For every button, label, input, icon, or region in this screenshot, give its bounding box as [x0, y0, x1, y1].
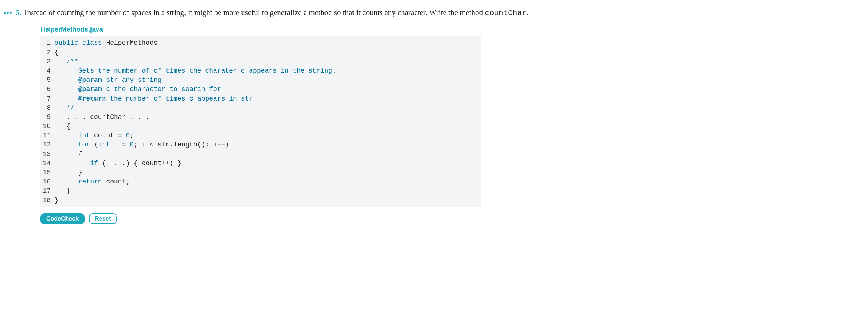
code-editor[interactable]: 1public class HelperMethods2{3 /**4 Gets… [40, 36, 481, 207]
code-line[interactable]: { [54, 150, 481, 159]
exercise-number: 5. [16, 8, 22, 17]
file-name: HelperMethods.java [40, 26, 481, 33]
code-line[interactable]: } [54, 168, 481, 177]
code-row: 10 { [40, 122, 481, 131]
line-number: 12 [40, 140, 54, 149]
code-line[interactable]: */ [54, 103, 481, 113]
difficulty-dots: ••• [4, 9, 13, 17]
code-line[interactable]: } [54, 186, 481, 196]
line-number: 14 [40, 159, 54, 168]
code-line[interactable]: { [54, 122, 481, 131]
code-line[interactable]: { [54, 48, 481, 57]
exercise-code-word: countChar [485, 9, 526, 17]
codecheck-button[interactable]: CodeCheck [40, 213, 85, 224]
line-number: 13 [40, 150, 54, 159]
exercise-header: ••• 5. Instead of counting the number of… [4, 7, 864, 18]
code-row: 6 @param c the character to search for [40, 85, 481, 94]
code-line[interactable]: @return the number of times c appears in… [54, 94, 481, 103]
code-row: 3 /** [40, 57, 481, 66]
code-row: 15 } [40, 168, 481, 177]
code-row: 12 for (int i = 0; i < str.length(); i++… [40, 140, 481, 149]
line-number: 10 [40, 122, 54, 131]
code-line[interactable]: . . . countChar . . . [54, 113, 481, 122]
code-line[interactable]: int count = 0; [54, 131, 481, 140]
line-number: 8 [40, 103, 54, 113]
exercise-prompt-after: . [527, 8, 528, 17]
code-row: 5 @param str any string [40, 76, 481, 85]
code-row: 1public class HelperMethods [40, 39, 481, 48]
line-number: 5 [40, 76, 54, 85]
code-line[interactable]: for (int i = 0; i < str.length(); i++) [54, 140, 481, 149]
exercise-prompt-before: Instead of counting the number of spaces… [25, 8, 485, 17]
code-row: 4 Gets the number of of times the charat… [40, 66, 481, 76]
code-row: 17 } [40, 186, 481, 196]
code-line[interactable]: @param str any string [54, 76, 481, 85]
code-line[interactable]: } [54, 196, 481, 205]
code-row: 7 @return the number of times c appears … [40, 94, 481, 103]
code-line[interactable]: public class HelperMethods [54, 39, 481, 48]
line-number: 6 [40, 85, 54, 94]
code-line[interactable]: Gets the number of of times the charater… [54, 66, 481, 76]
code-row: 8 */ [40, 103, 481, 113]
exercise-text: Instead of counting the number of spaces… [25, 7, 528, 18]
code-line[interactable]: @param c the character to search for [54, 85, 481, 94]
code-row: 13 { [40, 150, 481, 159]
content-block: HelperMethods.java 1public class HelperM… [40, 26, 481, 224]
code-row: 2{ [40, 48, 481, 57]
line-number: 2 [40, 48, 54, 57]
code-line[interactable]: return count; [54, 177, 481, 186]
line-number: 3 [40, 57, 54, 66]
code-line[interactable]: /** [54, 57, 481, 66]
line-number: 17 [40, 186, 54, 196]
line-number: 9 [40, 113, 54, 122]
button-row: CodeCheck Reset [40, 213, 481, 224]
line-number: 11 [40, 131, 54, 140]
code-row: 16 return count; [40, 177, 481, 186]
code-row: 14 if (. . .) { count++; } [40, 159, 481, 168]
code-line[interactable]: if (. . .) { count++; } [54, 159, 481, 168]
line-number: 18 [40, 196, 54, 205]
reset-button[interactable]: Reset [89, 213, 117, 224]
code-row: 9 . . . countChar . . . [40, 113, 481, 122]
line-number: 16 [40, 177, 54, 186]
line-number: 4 [40, 66, 54, 76]
line-number: 15 [40, 168, 54, 177]
code-row: 11 int count = 0; [40, 131, 481, 140]
code-row: 18} [40, 196, 481, 205]
line-number: 7 [40, 94, 54, 103]
line-number: 1 [40, 39, 54, 48]
